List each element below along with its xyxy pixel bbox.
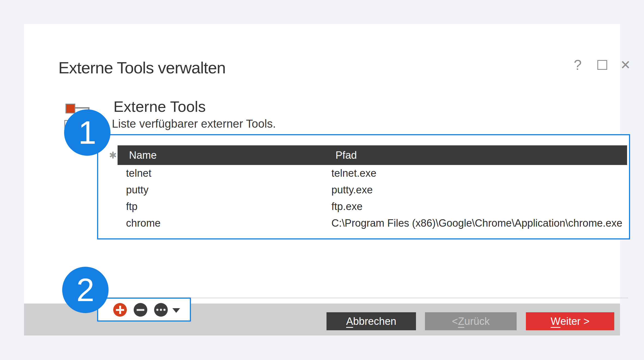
cell-name: ftp [126,201,137,212]
external-tools-dialog: Externe Tools verwalten ? ✕ Externe Tool… [24,24,620,335]
add-tool-button[interactable] [113,303,127,317]
maximize-icon[interactable] [597,60,607,70]
back-button[interactable]: < Zurück [425,312,517,330]
ellipsis-icon [156,309,166,311]
column-header-name[interactable]: Name [129,149,157,161]
toolbar-dropdown-arrow-icon[interactable] [172,308,180,313]
cell-pfad: ftp.exe [331,201,363,212]
annotation-badge-1: 1 [64,109,110,156]
cell-name: putty [126,184,148,196]
cell-pfad: telnet.exe [331,167,376,179]
plus-icon [119,306,121,314]
minus-icon [137,309,144,311]
cell-name: telnet [126,167,151,179]
close-icon[interactable]: ✕ [618,56,633,74]
icon-connector-line [75,107,89,109]
step-subtitle: Liste verfügbarer externer Tools. [112,117,276,130]
tools-table: ✱ Name Pfad telnet telnet.exe putty putt… [97,134,630,239]
remove-tool-button[interactable] [134,303,147,317]
step-heading: Externe Tools [113,98,206,115]
table-row[interactable]: chrome C:\Program Files (x86)\Google\Chr… [98,215,629,232]
icon-root-square [65,104,75,113]
table-row[interactable]: telnet telnet.exe [98,165,629,182]
annotation-badge-2: 2 [62,267,109,313]
table-body: telnet telnet.exe putty putty.exe ftp ft… [98,165,629,232]
table-row[interactable]: putty putty.exe [98,182,629,198]
cell-name: chrome [126,217,161,229]
column-header-pfad[interactable]: Pfad [336,149,357,161]
cell-pfad: putty.exe [331,184,373,196]
new-row-indicator-icon: ✱ [108,149,118,161]
help-icon[interactable]: ? [570,56,585,74]
table-header-row: Name Pfad [118,145,627,165]
grid-toolbar [97,298,191,322]
dialog-title: Externe Tools verwalten [58,58,226,77]
cell-pfad: C:\Program Files (x86)\Google\Chrome\App… [331,217,622,229]
cancel-button[interactable]: Abbrechen [327,312,416,330]
table-row[interactable]: ftp ftp.exe [98,198,629,215]
next-button[interactable]: Weiter > [526,312,614,330]
more-options-button[interactable] [154,303,168,317]
